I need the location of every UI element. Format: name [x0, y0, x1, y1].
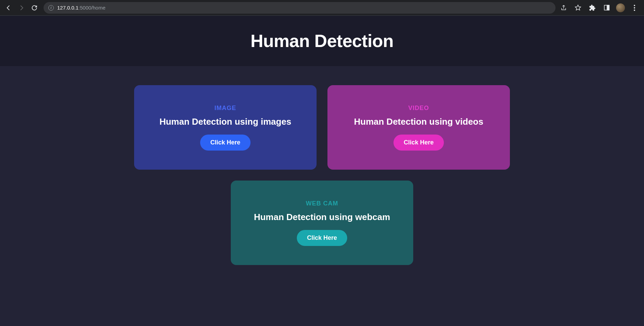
card-webcam: WEB CAM Human Detection using webcam Cli…: [231, 181, 413, 265]
address-bar[interactable]: i 127.0.0.1:5000/home: [44, 2, 556, 14]
card-label-image: IMAGE: [214, 105, 236, 112]
url-path: :5000/home: [79, 5, 106, 11]
extensions-icon[interactable]: [587, 3, 597, 13]
click-here-image-button[interactable]: Click Here: [200, 135, 251, 151]
back-button[interactable]: [3, 2, 14, 14]
cards-container: IMAGE Human Detection using images Click…: [57, 66, 587, 299]
svg-rect-1: [607, 5, 609, 10]
click-here-video-button[interactable]: Click Here: [393, 135, 444, 151]
card-label-video: VIDEO: [408, 105, 429, 112]
card-label-webcam: WEB CAM: [306, 200, 338, 207]
url-text: 127.0.0.1:5000/home: [57, 5, 106, 11]
page-title: Human Detection: [0, 31, 644, 51]
card-image: IMAGE Human Detection using images Click…: [134, 85, 317, 170]
toolbar-right: [559, 3, 641, 13]
profile-avatar[interactable]: [616, 3, 625, 12]
browser-chrome: i 127.0.0.1:5000/home: [0, 0, 644, 16]
chrome-menu-icon[interactable]: [630, 3, 639, 13]
forward-button[interactable]: [16, 2, 27, 14]
card-desc-video: Human Detection using videos: [354, 117, 483, 127]
url-host: 127.0.0.1: [57, 5, 79, 11]
nav-buttons: [3, 2, 40, 14]
bookmark-star-icon[interactable]: [573, 3, 583, 13]
share-icon[interactable]: [559, 3, 568, 13]
card-desc-webcam: Human Detection using webcam: [254, 212, 390, 222]
card-desc-image: Human Detection using images: [159, 117, 291, 127]
reload-button[interactable]: [29, 2, 40, 14]
card-video: VIDEO Human Detection using videos Click…: [327, 85, 510, 170]
site-info-icon[interactable]: i: [48, 5, 54, 11]
click-here-webcam-button[interactable]: Click Here: [297, 230, 347, 246]
panel-icon[interactable]: [602, 3, 611, 13]
page-header: Human Detection: [0, 16, 644, 66]
